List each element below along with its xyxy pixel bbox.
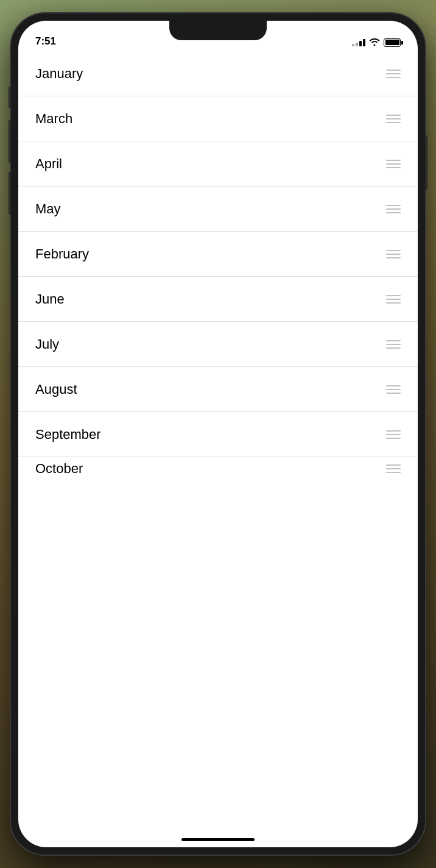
months-list: JanuaryMarchAprilMayFebruaryJuneJulyAugu… xyxy=(18,51,418,847)
drag-handle-icon[interactable] xyxy=(386,205,401,213)
month-name: January xyxy=(35,66,83,82)
list-item[interactable]: April xyxy=(18,141,418,187)
wifi-icon xyxy=(369,37,380,48)
status-time: 7:51 xyxy=(35,35,56,48)
drag-handle-icon[interactable] xyxy=(386,340,401,349)
month-name: March xyxy=(35,111,72,127)
month-name: April xyxy=(35,156,62,172)
drag-handle-icon[interactable] xyxy=(386,250,401,258)
month-name: June xyxy=(35,291,65,307)
notch xyxy=(169,21,267,40)
signal-icon xyxy=(352,39,365,46)
list-item[interactable]: February xyxy=(18,232,418,277)
month-name: May xyxy=(35,201,61,217)
battery-icon xyxy=(384,38,401,47)
list-item[interactable]: August xyxy=(18,367,418,412)
drag-handle-icon[interactable] xyxy=(386,385,401,394)
list-item[interactable]: January xyxy=(18,51,418,96)
list-item[interactable]: July xyxy=(18,322,418,367)
volume-down-button[interactable] xyxy=(9,172,11,215)
phone-frame: 7:51 xyxy=(11,13,425,855)
drag-handle-icon[interactable] xyxy=(386,464,401,473)
drag-handle-icon[interactable] xyxy=(386,160,401,168)
drag-handle-icon[interactable] xyxy=(386,69,401,78)
status-icons xyxy=(352,37,401,48)
list-item[interactable]: October xyxy=(18,457,418,480)
drag-handle-icon[interactable] xyxy=(386,430,401,439)
mute-button[interactable] xyxy=(9,87,11,108)
power-button[interactable] xyxy=(425,135,427,190)
volume-up-button[interactable] xyxy=(9,120,11,163)
list-item[interactable]: May xyxy=(18,187,418,232)
list-item[interactable]: June xyxy=(18,277,418,322)
list-item[interactable]: March xyxy=(18,96,418,141)
drag-handle-icon[interactable] xyxy=(386,295,401,304)
list-item[interactable]: September xyxy=(18,412,418,457)
month-name: October xyxy=(35,461,83,477)
phone-screen: 7:51 xyxy=(18,21,418,847)
month-name: August xyxy=(35,382,77,397)
month-name: February xyxy=(35,246,89,262)
drag-handle-icon[interactable] xyxy=(386,115,401,123)
home-indicator[interactable] xyxy=(181,838,255,841)
month-name: July xyxy=(35,336,59,352)
month-name: September xyxy=(35,427,101,443)
